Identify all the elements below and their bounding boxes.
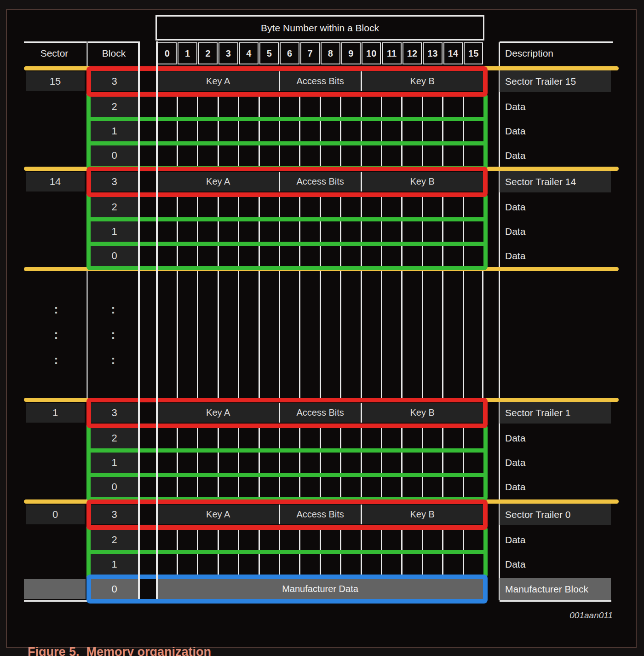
block-column-header: Block (88, 42, 139, 64)
sector-trailer-outline (86, 66, 488, 97)
byte-number-cell: 0 (157, 42, 177, 64)
data-row-separator (89, 217, 485, 221)
desc-data-label: Data (500, 197, 611, 217)
byte-axis-title-box: Byte Number within a Block (155, 15, 484, 41)
desc-data-label: Data (500, 145, 611, 166)
sector-trailer-outline (86, 499, 488, 530)
byte-number-cell: 4 (239, 42, 259, 64)
desc-data-label: Data (500, 530, 611, 550)
drawing-id-text: 001aan011 (569, 610, 613, 620)
byte-number-cell: 9 (341, 42, 361, 64)
memory-organization-figure: Byte Number within a Block Sector Block … (0, 0, 644, 656)
data-row-separator (89, 141, 485, 145)
byte-grid-line (197, 271, 198, 398)
desc-data-label: Data (500, 453, 611, 473)
byte-grid-line (442, 271, 443, 398)
ellipsis-dots: : (99, 325, 127, 344)
data-blocks-outline (86, 193, 488, 270)
description-column-bottom-border (500, 600, 611, 602)
desc-data-label: Data (500, 554, 611, 575)
sector-column-header-label: Sector (40, 48, 69, 58)
byte-grid-line (463, 271, 464, 398)
byte-number-cell: 13 (423, 42, 442, 64)
desc-sector-trailer: Sector Trailer 15 (500, 70, 611, 92)
ellipsis-dots: : (42, 300, 70, 319)
desc-sector-trailer: Sector Trailer 14 (500, 171, 611, 192)
byte-number-cell: 8 (321, 42, 340, 64)
byte-grid-line (218, 271, 219, 398)
data-row-separator (89, 550, 485, 554)
desc-data-label: Data (500, 246, 611, 266)
byte-number-cell: 12 (402, 42, 422, 64)
description-column-header-label: Description (505, 48, 553, 58)
byte-grid-line (422, 271, 423, 398)
desc-data-label: Data (500, 97, 611, 117)
sector-label: 1 (26, 403, 85, 423)
ellipsis-dots: : (42, 325, 70, 344)
desc-data-label: Data (500, 121, 611, 141)
sector-column-bottom-border (24, 600, 87, 602)
byte-number-cell: 15 (464, 42, 483, 64)
desc-sector-trailer: Sector Trailer 0 (500, 504, 611, 525)
manufacturer-outline (86, 575, 488, 604)
data-row-separator (89, 117, 485, 121)
sector-gray-cell (24, 579, 86, 599)
byte-grid-line (381, 271, 382, 398)
desc-data-label: Data (500, 221, 611, 242)
ellipsis-dots: : (99, 300, 127, 319)
block-column-header-label: Block (102, 48, 126, 58)
sector-label: 0 (26, 505, 85, 524)
byte-number-cell: 14 (443, 42, 463, 64)
byte-grid-line (259, 271, 260, 398)
sector-trailer-outline (86, 398, 488, 428)
byte-number-cell: 10 (362, 42, 381, 64)
sector-label: 15 (26, 71, 85, 91)
data-blocks-outline (86, 93, 488, 170)
desc-manufacturer-block: Manufacturer Block (500, 578, 611, 600)
byte-number-cell: 1 (178, 42, 197, 64)
data-row-separator (89, 242, 485, 246)
data-row-separator (89, 473, 485, 477)
byte-grid-line (238, 271, 239, 398)
byte-grid-line (299, 271, 300, 398)
byte-number-cell: 7 (300, 42, 320, 64)
byte-grid-right-edge-line (482, 271, 483, 398)
byte-axis-title: Byte Number within a Block (261, 23, 379, 33)
sector-label: 14 (26, 172, 85, 192)
byte-grid-left-edge-line (156, 41, 158, 599)
byte-grid-line (361, 271, 362, 398)
ellipsis-dots: : (99, 351, 127, 369)
sector-trailer-outline (86, 167, 488, 197)
byte-number-cell: 3 (218, 42, 238, 64)
sector-column-header: Sector (24, 42, 85, 64)
figure-caption: Figure 5. Memory organization (14, 631, 428, 646)
byte-number-cell: 2 (198, 42, 218, 64)
byte-grid-line (401, 271, 402, 398)
drawing-id-watermark: 001aan011 (475, 610, 613, 622)
byte-number-cell: 11 (382, 42, 401, 64)
desc-data-label: Data (500, 477, 611, 497)
byte-grid-line (340, 271, 341, 398)
byte-grid-line (177, 271, 178, 398)
figure-caption-text: Figure 5. Memory organization (28, 645, 211, 656)
ellipsis-dots: : (42, 351, 70, 369)
byte-number-cell: 6 (280, 42, 299, 64)
block-right-edge-line (138, 41, 140, 599)
desc-sector-trailer: Sector Trailer 1 (500, 402, 611, 424)
byte-grid-line (279, 271, 280, 398)
data-blocks-outline (86, 424, 488, 501)
byte-grid-line (320, 271, 321, 398)
data-row-separator (89, 448, 485, 453)
byte-number-cell: 5 (259, 42, 279, 64)
description-column-header: Description (505, 42, 611, 64)
desc-data-label: Data (500, 428, 611, 448)
